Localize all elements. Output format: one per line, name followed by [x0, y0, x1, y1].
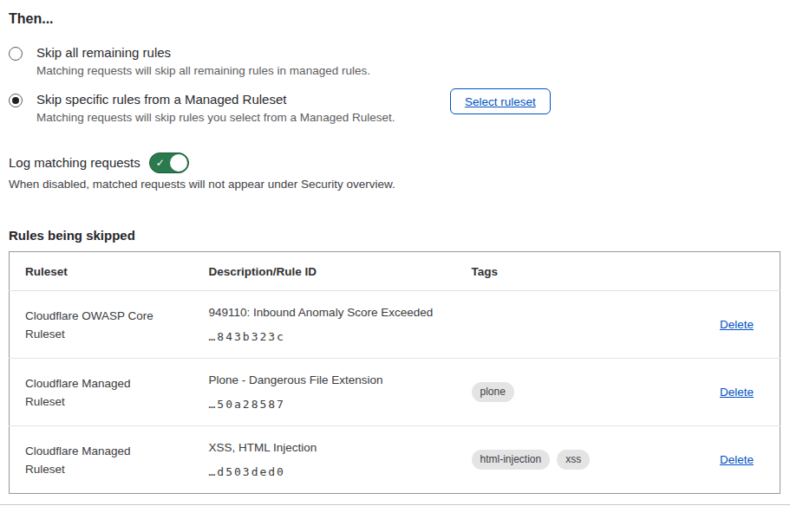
column-header-actions	[708, 252, 780, 291]
column-header-ruleset: Ruleset	[10, 252, 193, 291]
log-matching-requests-row: Log matching requests ✓	[9, 152, 780, 173]
rule-tags-cell: plone	[456, 359, 708, 426]
table-row: Cloudflare OWASP Core Ruleset949110: Inb…	[10, 291, 780, 359]
table-header-row: Ruleset Description/Rule ID Tags	[10, 252, 780, 291]
delete-rule-link[interactable]: Delete	[720, 386, 754, 399]
section-divider	[0, 504, 790, 505]
column-header-description: Description/Rule ID	[193, 252, 456, 291]
rule-tags-cell: html-injectionxss	[456, 426, 708, 494]
skip-specific-rules-label[interactable]: Skip specific rules from a Managed Rules…	[36, 92, 395, 107]
skip-all-rules-description: Matching requests will skip all remainin…	[36, 63, 370, 78]
waf-rule-form: Then... Skip all remaining rules Matchin…	[0, 0, 790, 505]
option-text: Skip specific rules from a Managed Rules…	[36, 92, 395, 125]
rule-actions-cell: Delete	[708, 291, 780, 359]
rule-description: 949110: Inbound Anomaly Score Exceeded	[209, 305, 447, 320]
tag-pill: plone	[472, 382, 514, 402]
action-options: Skip all remaining rules Matching reques…	[9, 45, 780, 125]
rule-actions-cell: Delete	[708, 426, 780, 494]
rule-description: XSS, HTML Injection	[209, 440, 447, 455]
rule-actions-cell: Delete	[708, 359, 780, 426]
tag-pill: xss	[557, 450, 590, 470]
then-section-title: Then...	[9, 10, 780, 27]
option-skip-specific-rules: Skip specific rules from a Managed Rules…	[9, 92, 780, 125]
option-skip-all-rules: Skip all remaining rules Matching reques…	[9, 45, 780, 78]
select-ruleset-button[interactable]: Select ruleset	[450, 88, 551, 114]
rule-tags-cell	[456, 291, 708, 359]
option-text: Skip all remaining rules Matching reques…	[36, 45, 370, 78]
toggle-knob	[170, 154, 187, 172]
delete-rule-link[interactable]: Delete	[720, 318, 754, 331]
ruleset-name-cell: Cloudflare OWASP Core Ruleset	[10, 291, 193, 359]
skip-all-rules-radio[interactable]	[9, 47, 23, 61]
rule-description-cell: 949110: Inbound Anomaly Score Exceeded…8…	[193, 291, 456, 359]
log-toggle-description: When disabled, matched requests will not…	[9, 177, 780, 191]
table-row: Cloudflare Managed RulesetXSS, HTML Inje…	[10, 426, 780, 494]
skip-specific-rules-description: Matching requests will skip rules you se…	[36, 110, 395, 125]
skip-all-rules-label[interactable]: Skip all remaining rules	[36, 45, 370, 61]
rule-id: …d503ded0	[209, 464, 447, 479]
rule-id: …50a28587	[209, 397, 447, 412]
log-matching-requests-toggle[interactable]: ✓	[149, 152, 189, 173]
rules-being-skipped-table: Ruleset Description/Rule ID Tags Cloudfl…	[9, 251, 780, 494]
skip-specific-rules-radio[interactable]	[9, 94, 23, 107]
rule-description-cell: XSS, HTML Injection…d503ded0	[193, 426, 456, 494]
rules-being-skipped-title: Rules being skipped	[9, 228, 780, 243]
rule-description: Plone - Dangerous File Extension	[209, 373, 447, 387]
delete-rule-link[interactable]: Delete	[720, 453, 754, 466]
tag-pill: html-injection	[472, 450, 551, 470]
check-icon: ✓	[156, 156, 165, 170]
ruleset-name-cell: Cloudflare Managed Ruleset	[10, 359, 193, 426]
log-matching-requests-label: Log matching requests	[9, 155, 140, 171]
column-header-tags: Tags	[456, 252, 708, 291]
rules-table-body: Cloudflare OWASP Core Ruleset949110: Inb…	[10, 291, 780, 494]
table-row: Cloudflare Managed RulesetPlone - Danger…	[10, 359, 780, 426]
rule-id: …843b323c	[209, 329, 447, 344]
ruleset-name-cell: Cloudflare Managed Ruleset	[10, 426, 193, 494]
rule-description-cell: Plone - Dangerous File Extension…50a2858…	[193, 359, 456, 426]
